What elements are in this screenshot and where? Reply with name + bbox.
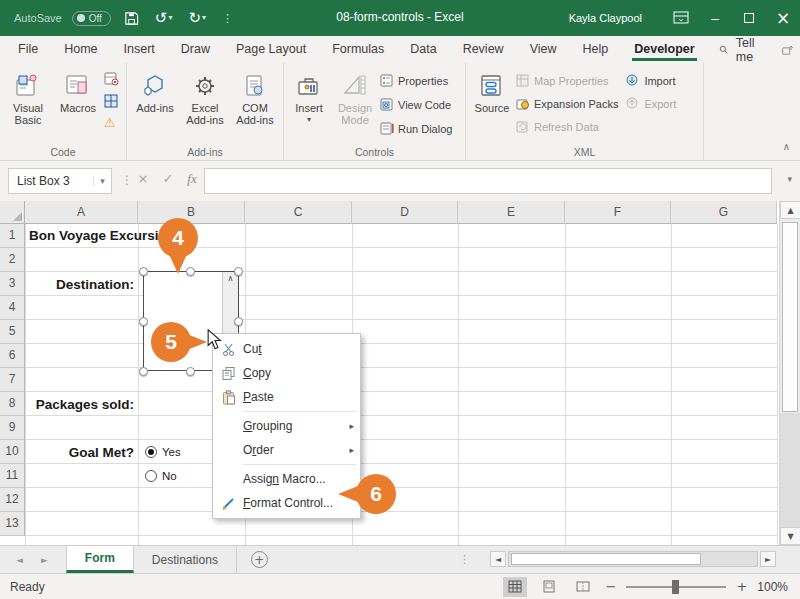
sheet-tab-form[interactable]: Form [66, 546, 134, 573]
expand-formula-bar-icon[interactable]: ▾ [787, 174, 792, 184]
view-code-button[interactable]: View Code [380, 96, 452, 113]
close-button[interactable]: × [766, 0, 800, 36]
add-sheet-button[interactable]: + [251, 551, 268, 568]
row-header-5[interactable]: 5 [0, 320, 25, 344]
record-macro-icon[interactable] [104, 72, 119, 89]
ribbon-display-options-button[interactable] [664, 0, 698, 36]
macro-security-icon[interactable]: ⚠ [104, 116, 119, 129]
horizontal-scroll-track[interactable] [508, 551, 758, 567]
search-icon[interactable] [719, 43, 728, 56]
customize-quick-access-icon[interactable]: ⋮ [219, 11, 236, 26]
menu-item-cut[interactable]: Cut [213, 337, 360, 361]
option-button-yes[interactable]: Yes [145, 446, 181, 458]
row-header-4[interactable]: 4 [0, 296, 25, 320]
selection-handle-n[interactable] [186, 267, 195, 276]
page-layout-view-button[interactable] [537, 577, 561, 597]
tell-me-label[interactable]: Tell me [736, 36, 764, 64]
name-box-dropdown-icon[interactable]: ▾ [93, 176, 111, 186]
tab-help[interactable]: Help [581, 38, 611, 61]
scroll-down-icon[interactable]: ▼ [780, 527, 800, 545]
menu-item-copy[interactable]: Copy [213, 361, 360, 385]
row-header-9[interactable]: 9 [0, 416, 25, 440]
row-header-12[interactable]: 12 [0, 488, 25, 512]
sheet-nav-left-icon[interactable]: ◄ [16, 555, 23, 565]
import-button[interactable]: Import [626, 72, 676, 89]
tab-draw[interactable]: Draw [179, 38, 212, 61]
autosave-toggle[interactable]: Off [72, 11, 111, 26]
row-header-8[interactable]: 8 [0, 392, 25, 416]
row-header-7[interactable]: 7 [0, 368, 25, 392]
sheet-nav-right-icon[interactable]: ► [41, 555, 48, 565]
tab-data[interactable]: Data [408, 38, 438, 61]
column-header-a[interactable]: A [25, 201, 138, 224]
selection-handle-ne[interactable] [234, 267, 243, 276]
row-header-1[interactable]: 1 [0, 224, 25, 248]
tab-scroll-divider[interactable]: ⋮ [459, 553, 470, 566]
scroll-right-icon[interactable]: ► [760, 551, 776, 567]
row-header-11[interactable]: 11 [0, 464, 25, 488]
row-header-6[interactable]: 6 [0, 344, 25, 368]
row-header-13[interactable]: 13 [0, 512, 25, 536]
properties-button[interactable]: Properties [380, 72, 452, 89]
tab-formulas[interactable]: Formulas [330, 38, 386, 61]
minimize-button[interactable]: – [698, 0, 732, 36]
save-button[interactable] [121, 9, 142, 28]
run-dialog-button[interactable]: Run Dialog [380, 120, 452, 137]
maximize-button[interactable] [732, 0, 766, 36]
cell-a8[interactable]: Packages sold: [25, 397, 134, 412]
row-header-2[interactable]: 2 [0, 248, 25, 272]
horizontal-scrollbar[interactable]: ◄ ► [490, 551, 776, 567]
column-header-d[interactable]: D [352, 201, 458, 224]
tab-page-layout[interactable]: Page Layout [234, 38, 308, 61]
column-header-b[interactable]: B [138, 201, 245, 224]
zoom-slider-thumb[interactable] [672, 580, 679, 594]
selection-handle-e[interactable] [234, 317, 243, 326]
tab-developer[interactable]: Developer [632, 38, 696, 61]
vertical-scroll-track[interactable] [780, 413, 800, 527]
horizontal-scroll-thumb[interactable] [511, 553, 701, 565]
collapse-ribbon-icon[interactable]: ∧ [783, 141, 790, 152]
column-header-c[interactable]: C [245, 201, 352, 224]
normal-view-button[interactable] [503, 577, 527, 597]
column-header-e[interactable]: E [458, 201, 565, 224]
selection-handle-s[interactable] [186, 367, 195, 376]
zoom-slider[interactable] [626, 586, 726, 588]
page-break-view-button[interactable] [571, 577, 595, 597]
name-box[interactable]: List Box 3 ▾ [8, 168, 112, 194]
formula-input[interactable] [204, 168, 772, 194]
cell-a10[interactable]: Goal Met? [25, 445, 134, 460]
tab-file[interactable]: File [16, 38, 40, 61]
scroll-up-icon[interactable]: ▲ [780, 201, 800, 219]
zoom-out-button[interactable]: − [605, 579, 616, 594]
column-header-f[interactable]: F [565, 201, 671, 224]
column-header-g[interactable]: G [671, 201, 777, 224]
selection-handle-sw[interactable] [139, 367, 148, 376]
redo-button[interactable]: ↻ ▾ [185, 9, 209, 28]
source-button[interactable]: Source [470, 68, 514, 114]
selection-handle-nw[interactable] [139, 267, 148, 276]
relative-references-icon[interactable] [104, 94, 119, 111]
com-add-ins-button[interactable]: COM Add-ins [231, 68, 279, 126]
menu-item-paste[interactable]: Paste [213, 385, 360, 409]
row-header-3[interactable]: 3 [0, 272, 25, 296]
cell-a3[interactable]: Destination: [25, 277, 134, 292]
menu-item-order[interactable]: Order ▸ [213, 438, 360, 462]
expansion-packs-button[interactable]: Expansion Packs [516, 95, 618, 112]
vertical-scroll-thumb[interactable] [782, 222, 798, 412]
add-ins-button[interactable]: Add-ins [131, 68, 179, 114]
visual-basic-button[interactable]: Visual Basic [4, 68, 52, 126]
option-button-no[interactable]: No [145, 470, 177, 482]
cancel-button[interactable]: × [133, 171, 153, 186]
share-icon[interactable] [782, 43, 794, 57]
sheet-tab-destinations[interactable]: Destinations [134, 546, 237, 573]
zoom-in-button[interactable]: + [736, 579, 747, 594]
scroll-left-icon[interactable]: ◄ [490, 551, 506, 567]
macros-button[interactable]: Macros [54, 68, 102, 114]
tab-view[interactable]: View [528, 38, 559, 61]
undo-button[interactable]: ↺ ▾ [152, 9, 176, 28]
select-all-button[interactable] [0, 201, 25, 224]
tab-home[interactable]: Home [62, 38, 99, 61]
menu-item-grouping[interactable]: Grouping ▸ [213, 414, 360, 438]
insert-function-button[interactable]: fx [182, 171, 202, 187]
enter-button[interactable]: ✓ [158, 171, 178, 186]
